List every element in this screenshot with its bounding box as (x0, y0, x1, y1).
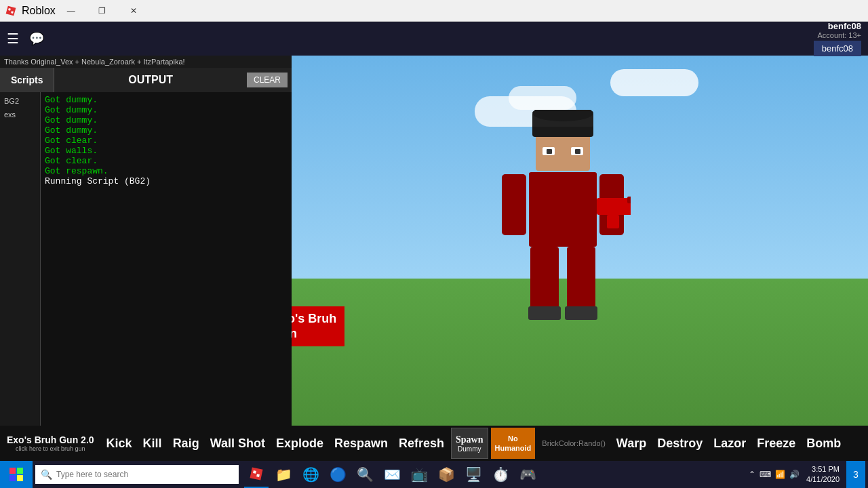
clear-button[interactable]: CLEAR (247, 73, 288, 87)
window-controls: — ❐ ✕ (56, 0, 149, 22)
bruh-gun-sub: click here to exit bruh gun (16, 445, 85, 452)
window-title: Roblox (22, 5, 56, 17)
chat-icon[interactable]: 💬 (29, 31, 44, 46)
svg-rect-25 (250, 468, 263, 481)
clock[interactable]: 3:51 PM 4/11/2020 (801, 464, 845, 485)
kill-button[interactable]: Kill (138, 426, 167, 461)
chrome-icon[interactable]: 🔵 (326, 461, 350, 488)
svg-rect-26 (253, 470, 256, 474)
svg-rect-15 (607, 215, 619, 228)
file-explorer-icon[interactable]: 📁 (271, 461, 296, 488)
start-button[interactable] (0, 461, 33, 488)
explode-button[interactable]: Explode (271, 426, 329, 461)
titlebar: Roblox — ❐ ✕ (0, 0, 868, 22)
kick-button[interactable]: Kick (101, 426, 138, 461)
raig-button[interactable]: Raig (167, 426, 205, 461)
notification-count: 3 (853, 469, 859, 480)
topbar: ☰ 💬 benfc08 Account: 13+ benfc08 (0, 22, 868, 56)
wall-shot-button[interactable]: Wall Shot (205, 426, 271, 461)
no-humanoid-button[interactable]: No Humanoid (491, 428, 536, 459)
search-icon: 🔍 (41, 469, 52, 480)
svg-rect-10 (575, 149, 580, 154)
app10-icon[interactable]: 🎮 (515, 461, 540, 488)
svg-rect-18 (567, 247, 595, 314)
svg-rect-22 (17, 468, 23, 474)
scripts-list: BG2exs (0, 92, 41, 436)
output-log[interactable]: Got dummy.Got dummy.Got dummy.Got dummy.… (41, 92, 292, 436)
search-taskbar-icon[interactable]: 🔍 (353, 461, 377, 488)
cloud-4 (509, 86, 576, 110)
svg-rect-24 (17, 475, 23, 481)
system-icons: ⌃ ⌨ 📶 🔊 (749, 470, 800, 479)
svg-rect-21 (9, 468, 16, 474)
app9-icon[interactable]: ⏱️ (488, 461, 513, 488)
refresh-button[interactable]: Refresh (393, 426, 450, 461)
topbar-left: ☰ 💬 (0, 30, 44, 47)
character (495, 110, 631, 329)
svg-rect-16 (627, 197, 631, 203)
panel-credit: Thanks Original_Vex + Nebula_Zoroark + I… (0, 56, 292, 68)
log-line: Running Script (BG2) (45, 176, 288, 186)
svg-rect-0 (6, 5, 16, 16)
username-box[interactable]: benfc08 (814, 41, 861, 56)
bomb-button[interactable]: Bomb (801, 426, 846, 461)
close-button[interactable]: ✕ (118, 0, 149, 22)
username-display: benfc08 (814, 21, 861, 31)
account-label: Account: 13+ (814, 31, 861, 39)
scripts-tab[interactable]: Scripts (0, 68, 54, 92)
svg-rect-12 (502, 174, 526, 235)
script-item[interactable]: exs (3, 109, 37, 120)
spawn-dummy-button[interactable]: Spawn Dummy (451, 428, 488, 459)
output-tab[interactable]: OUTPUT (54, 68, 247, 92)
bruh-gun-main[interactable]: Exo's Bruh Gun 2.0 click here to exit br… (0, 426, 101, 461)
search-bar[interactable]: 🔍 (35, 465, 239, 484)
network-icon[interactable]: 📶 (775, 470, 785, 479)
no-humanoid-label: No (508, 434, 518, 443)
restore-button[interactable]: ❐ (87, 0, 118, 22)
taskbar-center: 📁 🌐 🔵 🔍 ✉️ 📺 📦 🖥️ ⏱️ 🎮 (244, 461, 540, 488)
notification-button[interactable]: 3 (846, 461, 865, 488)
svg-rect-9 (547, 149, 552, 154)
log-line: Got walls. (45, 146, 288, 156)
roblox-taskbar-icon[interactable] (244, 461, 269, 488)
svg-rect-11 (529, 172, 597, 247)
minimize-button[interactable]: — (56, 0, 87, 22)
twitch-icon[interactable]: 📺 (407, 461, 431, 488)
search-input[interactable] (56, 470, 226, 479)
app8-icon[interactable]: 🖥️ (461, 461, 486, 488)
freeze-button[interactable]: Freeze (751, 426, 801, 461)
menu-icon[interactable]: ☰ (7, 30, 19, 47)
svg-rect-19 (528, 306, 561, 320)
panel-top: Scripts OUTPUT CLEAR (0, 68, 292, 92)
spawn-dummy-sublabel: Dummy (458, 445, 481, 453)
cloud-5 (610, 69, 698, 96)
log-line: Got dummy. (45, 125, 288, 136)
mail-icon[interactable]: ✉️ (380, 461, 404, 488)
lazor-button[interactable]: Lazor (708, 426, 751, 461)
spawn-dummy-label: Spawn (456, 434, 483, 445)
action-bar: Exo's Bruh Gun 2.0 click here to exit br… (0, 426, 868, 461)
volume-icon[interactable]: 🔊 (789, 470, 800, 479)
edge-icon[interactable]: 🌐 (298, 461, 323, 488)
brickcolor-button[interactable]: BrickColor:Rando() (536, 439, 611, 447)
destroy-button[interactable]: Destroy (652, 426, 708, 461)
svg-rect-27 (256, 474, 260, 477)
warp-button[interactable]: Warp (611, 426, 652, 461)
date-display: 4/11/2020 (806, 474, 840, 485)
up-arrow-icon[interactable]: ⌃ (749, 470, 755, 479)
script-item[interactable]: BG2 (3, 96, 37, 106)
keyboard-icon[interactable]: ⌨ (760, 470, 771, 479)
svg-rect-20 (565, 306, 597, 320)
no-humanoid-label2: Humanoid (495, 443, 532, 453)
app7-icon[interactable]: 📦 (434, 461, 458, 488)
taskbar-right: ⌃ ⌨ 📶 🔊 3:51 PM 4/11/2020 3 (749, 461, 868, 488)
respawn-button[interactable]: Respawn (329, 426, 393, 461)
log-line: Got dummy. (45, 95, 288, 105)
roblox-icon (4, 4, 18, 18)
log-line: Got dummy. (45, 115, 288, 125)
script-panel: Thanks Original_Vex + Nebula_Zoroark + I… (0, 56, 292, 461)
svg-rect-14 (597, 198, 631, 215)
log-line: Got clear. (45, 136, 288, 146)
log-line: Got dummy. (45, 105, 288, 115)
panel-body: BG2exs Got dummy.Got dummy.Got dummy.Got… (0, 92, 292, 436)
